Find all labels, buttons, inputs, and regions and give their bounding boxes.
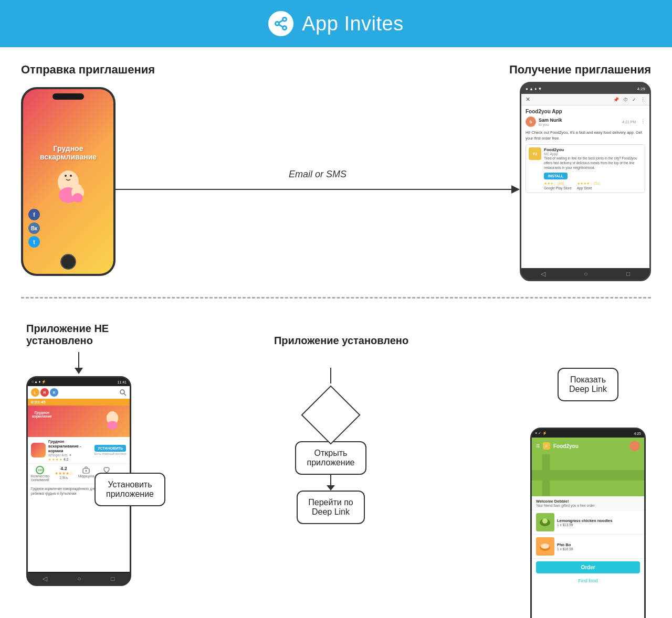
play-rating-stat: 4.2 ★★★★☆ 2,9t.ь: [55, 466, 73, 482]
play-banner: Грудноекормление: [28, 406, 130, 437]
play-recent: □: [111, 575, 114, 582]
app-stars: ★★★★☆ (31): [577, 182, 600, 186]
iphone-device: Грудноевскармливание f Вк: [21, 87, 116, 276]
home-nav: ○: [584, 270, 587, 278]
show-deeplink-label: ПоказатьDeep Link: [569, 375, 607, 393]
email-action2: ⏱: [623, 97, 628, 102]
deeplink-goto-label: Перейти поDeep Link: [308, 498, 353, 516]
iphone-app-title: Грудноевскармливание: [40, 144, 97, 161]
svg-point-9: [70, 175, 72, 177]
play-store-rating: ★★★☆ (48) Google Play Store: [544, 182, 572, 190]
svg-point-29: [541, 544, 549, 549]
email-time: 4:21 PM: [622, 120, 636, 124]
rating-stars: ★★★★☆: [55, 471, 73, 476]
food-time: 4:25: [634, 432, 641, 435]
food-item-1-price: 1 x $13.99: [557, 523, 612, 527]
food-item-2-info: Pho Bo 1 x $16.99: [557, 542, 573, 551]
open-app-box: Открытьприложение: [295, 441, 366, 475]
android-email-device: ● ▲ ♦ ▼ 4:29 ✕ 📌 ⏱ ✓ ⋮ Food2you App S Sa: [520, 82, 651, 281]
download-count: 100: [36, 466, 44, 474]
app-icon: [268, 11, 293, 36]
rating-val: 4.2: [60, 466, 67, 471]
svg-point-13: [120, 390, 124, 394]
svg-line-14: [124, 393, 126, 396]
food-img-1: [536, 513, 554, 531]
play-downloads: 100 Количествоскачиваний: [31, 466, 49, 482]
email-action3: ✓: [632, 97, 636, 102]
email-screen: ✕ 📌 ⏱ ✓ ⋮ Food2you App S Sam Nurik to yo…: [521, 94, 649, 268]
email-arrow: [116, 184, 520, 195]
email-action1: 📌: [613, 97, 619, 102]
food-item-2-name: Pho Bo: [557, 542, 573, 547]
map-bg: [532, 454, 644, 496]
baby-small-icon: [99, 408, 125, 434]
r-icon: R: [40, 388, 49, 397]
android-nav-bar: ◁ ○ □: [521, 268, 649, 280]
medical-icon: [82, 466, 90, 474]
close-btn[interactable]: ✕: [526, 96, 530, 103]
l-icon: L: [31, 388, 39, 397]
food-app-header: ≡ F Food2you: [532, 438, 644, 454]
play-store-label: Google Play Store: [544, 186, 572, 190]
main-content: Отправка приглашения Получение приглашен…: [0, 47, 672, 618]
svg-point-16: [109, 411, 116, 419]
timer-bar: 0:03:45: [28, 399, 130, 406]
play-app-info: Грудное вскармливание - кормим Whisper A…: [48, 439, 92, 461]
food-status: ≡ ✓ ⚡: [535, 431, 547, 435]
food-img-2: [536, 537, 554, 556]
email-body-text: Hi! Check out Food2you, it's a fast and …: [526, 130, 645, 141]
order-button[interactable]: Order: [536, 561, 640, 573]
sender-label: Отправка приглашения: [21, 63, 155, 77]
play-rating: 4.2: [64, 457, 68, 461]
food-item-2-price: 1 x $16.99: [557, 547, 573, 551]
play-status-bar: ☆▲ ♦ ⚡ 11:41: [28, 378, 130, 386]
lemongrass-img: [536, 513, 554, 531]
app-store-label: App Store: [577, 186, 600, 190]
iphone-home-button: [60, 254, 76, 270]
app-card-name: Food2you: [544, 147, 642, 152]
status-time: ● ▲ ♦ ▼: [526, 87, 542, 91]
food-item-1: Lemongrass chicken noodles 1 x $13.99: [532, 510, 644, 535]
play-app-dev: Whisper Arts ✦: [48, 453, 92, 457]
category-label: Медицина: [78, 474, 94, 478]
search-icon: [119, 389, 127, 396]
app-card-desc: Tired of waiting in line for the best jo…: [544, 156, 642, 170]
recent-nav: □: [626, 270, 630, 278]
install-button[interactable]: INSTALL: [544, 173, 568, 179]
svg-point-6: [62, 171, 75, 183]
play-clock: 11:41: [117, 380, 127, 384]
svg-point-11: [74, 184, 82, 193]
food2you-icon: F2: [529, 147, 541, 160]
email-body: Food2you App S Sam Nurik to you 4:21 PM …: [521, 105, 649, 199]
svg-point-26: [542, 518, 548, 524]
sender-avatar: S: [526, 116, 536, 127]
top-row: Грудноевскармливание f Вк: [21, 82, 651, 281]
play-header: L R R: [28, 386, 130, 399]
play-install-btn[interactable]: УСТАНОВИТЬ: [94, 445, 126, 452]
downloads-label: Количествоскачиваний: [31, 474, 49, 482]
play-app-row: Грудное вскармливание - кормим Whisper A…: [28, 437, 130, 464]
rating-count: 2,9t.ь: [59, 476, 68, 480]
email-more: ⋮: [640, 119, 645, 124]
food-status-bar: ≡ ✓ ⚡ 4:25: [532, 429, 644, 438]
open-app-label: Открытьприложение: [307, 449, 354, 467]
food-app-screen: ≡ F Food2you: [532, 438, 644, 618]
social-icons: f Вк t: [28, 209, 40, 248]
play-stars: ★★★☆ (48): [544, 182, 572, 186]
play-back: ◁: [43, 575, 47, 582]
email-header: ✕ 📌 ⏱ ✓ ⋮: [521, 94, 649, 105]
back-nav: ◁: [541, 270, 545, 278]
find-food-button[interactable]: Find food: [532, 576, 644, 585]
email-subject: Food2you App: [526, 109, 645, 114]
android-top-bar: ● ▲ ♦ ▼ 4:29: [521, 83, 649, 94]
bottom-flow: Приложение НЕ установлено Приложение уст…: [21, 323, 651, 618]
decision-diamond: [301, 385, 360, 444]
header-title: App Invites: [302, 13, 404, 35]
iphone-notch: [52, 93, 84, 100]
email-action4: ⋮: [640, 97, 645, 102]
play-paid: Есть платный контент: [94, 452, 127, 455]
app-store-rating: ★★★★☆ (31) App Store: [577, 182, 600, 190]
sender-to: to you: [539, 123, 620, 126]
email-sender: S Sam Nurik to you 4:21 PM ⋮: [526, 116, 645, 127]
play-category: Медицина: [78, 466, 94, 482]
